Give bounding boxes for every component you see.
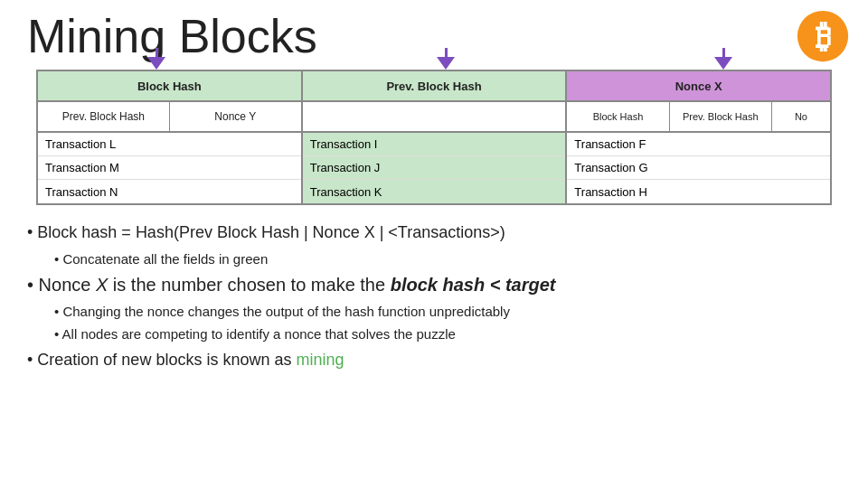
arrow1 (147, 48, 165, 70)
tx-F: Transaction F (567, 133, 830, 156)
block1-hash-field: Block Hash (38, 71, 301, 100)
tx-J: Transaction J (303, 156, 566, 180)
block2-second-header (303, 102, 566, 133)
content-area: • Block hash = Hash(Prev Block Hash | No… (0, 205, 868, 386)
arrow3 (714, 48, 732, 70)
bullet-text-2d: block hash < target (391, 275, 556, 295)
block2-transactions: Transaction I Transaction J Transaction … (303, 133, 566, 203)
mining-text: mining (296, 351, 344, 369)
bullet-creation: • Creation of new blocks is known as min… (27, 349, 841, 371)
block-1: Block Hash Prev. Block Hash Nonce Y Tran… (38, 71, 303, 203)
block2-empty (303, 102, 566, 131)
bullet-dot-3: • (27, 351, 37, 369)
bullet-concatenate: • Concatenate all the fields in green (54, 249, 841, 268)
block-2: Prev. Block Hash Transaction I Transacti… (303, 71, 568, 203)
block2-prev-hash-field: Prev. Block Hash (303, 71, 566, 100)
block1-nonce-y: Nonce Y (170, 102, 301, 131)
bullet-dot-sub3: • (54, 326, 62, 342)
tx-K: Transaction K (303, 180, 566, 203)
tx-G: Transaction G (567, 156, 830, 180)
bullet-dot-sub2: • (54, 304, 62, 319)
bullet-text-1: Block hash = Hash(Prev Block Hash | Nonc… (37, 223, 505, 241)
bullet-dot-sub1: • (54, 251, 62, 267)
bullet-nonce: • Nonce X is the number chosen to make t… (27, 272, 841, 297)
block-3: Nonce X Block Hash Prev. Block Hash No T… (567, 71, 830, 203)
block1-top-header: Block Hash (38, 71, 301, 102)
bullet-text-sub3: All nodes are competing to identify a no… (62, 326, 456, 342)
blocks-diagram: Block Hash Prev. Block Hash Nonce Y Tran… (36, 70, 832, 205)
block3-second-header: Block Hash Prev. Block Hash No (567, 102, 830, 133)
bullet-dot-1: • (27, 223, 37, 241)
bullet-text-2b: X (96, 275, 108, 295)
bitcoin-logo: ₿ (796, 9, 850, 63)
tx-M: Transaction M (38, 156, 301, 180)
bullet-text-sub2: Changing the nonce changes the output of… (62, 304, 510, 319)
bullet-all-nodes: • All nodes are competing to identify a … (54, 324, 841, 343)
svg-text:₿: ₿ (816, 19, 831, 55)
block3-no: No (772, 102, 830, 131)
bullet-text-2a: Nonce (39, 275, 96, 295)
block1-transactions: Transaction L Transaction M Transaction … (38, 133, 301, 203)
bullet-changing-nonce: • Changing the nonce changes the output … (54, 302, 841, 321)
block3-prev-hash: Prev. Block Hash (670, 102, 772, 131)
bullet-text-sub1: Concatenate all the fields in green (62, 251, 268, 267)
bullet-block-hash: • Block hash = Hash(Prev Block Hash | No… (27, 221, 841, 244)
block3-hash: Block Hash (567, 102, 669, 131)
block3-transactions: Transaction F Transaction G Transaction … (567, 133, 830, 203)
block3-nonce-x-field: Nonce X (567, 71, 830, 100)
bullet-dot-2: • (27, 275, 39, 295)
bullet-text-3a: Creation of new blocks is known as (37, 351, 296, 369)
tx-H: Transaction H (567, 180, 830, 203)
block2-top-header: Prev. Block Hash (303, 71, 566, 102)
page-title: Mining Blocks (0, 0, 868, 70)
block1-second-header: Prev. Block Hash Nonce Y (38, 102, 301, 133)
block1-prev-hash: Prev. Block Hash (38, 102, 170, 131)
tx-L: Transaction L (38, 133, 301, 156)
bullet-text-2c: is the number chosen to make the (108, 275, 390, 295)
tx-I: Transaction I (303, 133, 566, 156)
arrow2 (437, 48, 455, 70)
tx-N: Transaction N (38, 180, 301, 203)
block3-top-header: Nonce X (567, 71, 830, 102)
